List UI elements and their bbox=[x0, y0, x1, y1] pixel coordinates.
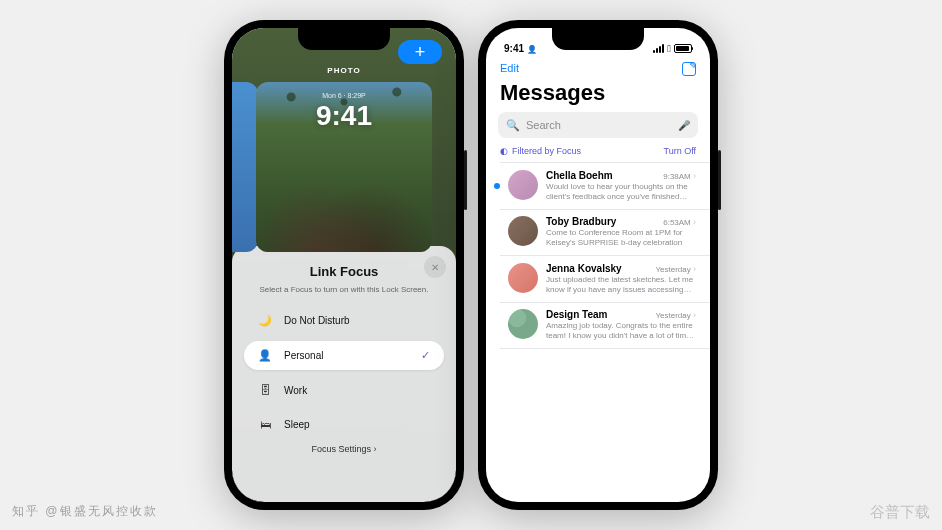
wifi-icon: 􀙇 bbox=[667, 43, 671, 54]
notch bbox=[552, 28, 644, 50]
status-time: 9:41 👤 bbox=[504, 43, 537, 54]
unread-dot bbox=[494, 183, 500, 189]
focus-option-sleep[interactable]: 🛏Sleep bbox=[244, 410, 444, 438]
mic-icon[interactable]: 🎤 bbox=[678, 120, 690, 131]
side-button bbox=[464, 150, 467, 210]
chevron-right-icon: › bbox=[693, 310, 696, 320]
side-button bbox=[718, 150, 721, 210]
close-icon[interactable]: ✕ bbox=[424, 256, 446, 278]
messages-app: 9:41 👤 􀙇 Edit Messages 🔍 Search 🎤 ◐ bbox=[486, 28, 710, 502]
search-icon: 🔍 bbox=[506, 119, 520, 132]
avatar bbox=[508, 263, 538, 293]
thread-row[interactable]: Jenna KovalskyYesterday ›Just uploaded t… bbox=[486, 256, 710, 302]
watermark-left: 知乎 @银盛无风控收款 bbox=[12, 503, 158, 522]
thread-time: 9:38AM › bbox=[663, 171, 696, 181]
screen-right: 9:41 👤 􀙇 Edit Messages 🔍 Search 🎤 ◐ bbox=[486, 28, 710, 502]
compose-icon[interactable] bbox=[682, 62, 696, 76]
focus-option-personal[interactable]: 👤Personal✓ bbox=[244, 341, 444, 370]
avatar bbox=[508, 170, 538, 200]
focus-option-label: Sleep bbox=[284, 419, 310, 430]
thread-name: Toby Bradbury bbox=[546, 216, 616, 227]
photo-header-label: PHOTO bbox=[232, 66, 456, 75]
phone-left: PHOTO Mon 6 · 8:29P 9:41 ✕ Link Focus Se… bbox=[224, 20, 464, 510]
focus-settings-link[interactable]: Focus Settings › bbox=[244, 444, 444, 454]
wallpaper-prev-peek[interactable] bbox=[232, 82, 258, 252]
focus-option-label: Personal bbox=[284, 350, 323, 361]
watermark-right: 谷普下载 bbox=[870, 503, 930, 522]
chevron-right-icon: › bbox=[693, 171, 696, 181]
focus-option-work[interactable]: 🗄Work bbox=[244, 376, 444, 404]
thread-row[interactable]: Design TeamYesterday ›Amazing job today.… bbox=[486, 302, 710, 348]
turn-off-button[interactable]: Turn Off bbox=[663, 146, 696, 156]
thread-name: Design Team bbox=[546, 309, 608, 320]
thread-name: Jenna Kovalsky bbox=[546, 263, 622, 274]
wallpaper-date: Mon 6 · 8:29P bbox=[256, 92, 432, 99]
thread-time: Yesterday › bbox=[655, 310, 696, 320]
focus-filter-icon: ◐ bbox=[500, 146, 508, 156]
focus-indicator-icon: 👤 bbox=[527, 45, 537, 54]
thread-time: Yesterday › bbox=[655, 264, 696, 274]
edit-button[interactable]: Edit bbox=[500, 62, 519, 76]
search-placeholder: Search bbox=[526, 119, 561, 131]
focus-option-icon: 👤 bbox=[258, 349, 272, 362]
wallpaper-preview[interactable]: Mon 6 · 8:29P 9:41 bbox=[256, 82, 432, 252]
search-input[interactable]: 🔍 Search 🎤 bbox=[498, 112, 698, 138]
thread-preview: Would love to hear your thoughts on the … bbox=[546, 182, 696, 202]
focus-option-do-not-disturb[interactable]: 🌙Do Not Disturb bbox=[244, 306, 444, 335]
focus-filter-label: Filtered by Focus bbox=[512, 146, 581, 156]
add-lockscreen-button[interactable] bbox=[398, 40, 442, 64]
focus-filter-bar: ◐ Filtered by Focus Turn Off bbox=[486, 146, 710, 162]
battery-icon bbox=[674, 44, 692, 53]
lock-screen-editor: PHOTO Mon 6 · 8:29P 9:41 ✕ Link Focus Se… bbox=[232, 28, 456, 502]
focus-option-icon: 🌙 bbox=[258, 314, 272, 327]
focus-sheet-subtitle: Select a Focus to turn on with this Lock… bbox=[244, 285, 444, 294]
wallpaper-time: 9:41 bbox=[256, 100, 432, 132]
focus-sheet-title: Link Focus bbox=[244, 264, 444, 279]
focus-option-label: Do Not Disturb bbox=[284, 315, 350, 326]
thread-row[interactable]: Chella Boehm9:38AM ›Would love to hear y… bbox=[486, 163, 710, 209]
avatar bbox=[508, 309, 538, 339]
focus-option-label: Work bbox=[284, 385, 307, 396]
nav-bar: Edit bbox=[486, 56, 710, 78]
chevron-right-icon: › bbox=[693, 264, 696, 274]
focus-option-icon: 🛏 bbox=[258, 418, 272, 430]
thread-time: 6:53AM › bbox=[663, 217, 696, 227]
page-title: Messages bbox=[486, 78, 710, 112]
thread-name: Chella Boehm bbox=[546, 170, 613, 181]
chevron-right-icon: › bbox=[693, 217, 696, 227]
thread-preview: Just uploaded the latest sketches. Let m… bbox=[546, 275, 696, 295]
screen-left: PHOTO Mon 6 · 8:29P 9:41 ✕ Link Focus Se… bbox=[232, 28, 456, 502]
focus-option-icon: 🗄 bbox=[258, 384, 272, 396]
checkmark-icon: ✓ bbox=[421, 349, 430, 362]
thread-preview: Come to Conference Room at 1PM for Kelse… bbox=[546, 228, 696, 248]
watermarks: 知乎 @银盛无风控收款 谷普下载 bbox=[0, 503, 942, 522]
phone-right: 9:41 👤 􀙇 Edit Messages 🔍 Search 🎤 ◐ bbox=[478, 20, 718, 510]
avatar bbox=[508, 216, 538, 246]
thread-preview: Amazing job today. Congrats to the entir… bbox=[546, 321, 696, 341]
signal-icon bbox=[653, 44, 664, 53]
thread-row[interactable]: Toby Bradbury6:53AM ›Come to Conference … bbox=[486, 209, 710, 255]
link-focus-sheet: ✕ Link Focus Select a Focus to turn on w… bbox=[232, 246, 456, 502]
notch bbox=[298, 28, 390, 50]
